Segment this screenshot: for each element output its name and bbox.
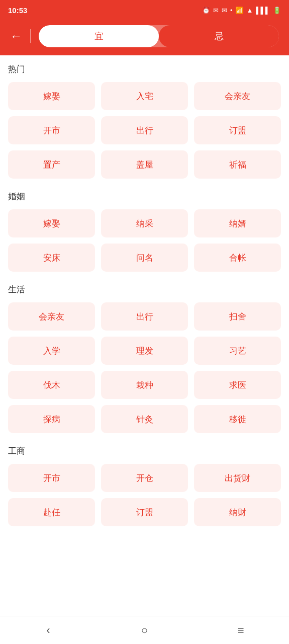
tab-yi[interactable]: 宜 xyxy=(39,25,159,47)
tag-btn-life-9[interactable]: 探病 xyxy=(8,405,95,433)
tag-btn-marriage-2[interactable]: 纳婿 xyxy=(194,209,281,237)
tag-btn-life-7[interactable]: 栽种 xyxy=(101,371,188,399)
tag-btn-life-1[interactable]: 出行 xyxy=(101,302,188,331)
status-time: 10:53 xyxy=(8,6,27,15)
dot-icon: • xyxy=(230,7,233,14)
tag-btn-hot-7[interactable]: 盖屋 xyxy=(101,150,188,179)
toggle-group: 宜 忌 xyxy=(39,25,279,47)
header: ← 宜 忌 xyxy=(0,20,289,55)
tag-btn-hot-6[interactable]: 置产 xyxy=(8,150,95,179)
tag-btn-business-0[interactable]: 开市 xyxy=(8,464,95,492)
grid-hot: 嫁娶入宅会亲友开市出行订盟置产盖屋祈福 xyxy=(8,82,281,179)
tag-btn-marriage-3[interactable]: 安床 xyxy=(8,244,95,272)
section-hot: 热门嫁娶入宅会亲友开市出行订盟置产盖屋祈福 xyxy=(8,63,281,179)
tag-btn-life-6[interactable]: 伐木 xyxy=(8,371,95,399)
tag-btn-business-4[interactable]: 订盟 xyxy=(101,498,188,526)
tag-btn-life-10[interactable]: 针灸 xyxy=(101,405,188,433)
tag-btn-marriage-4[interactable]: 问名 xyxy=(101,244,188,272)
header-divider xyxy=(30,29,31,43)
section-title-hot: 热门 xyxy=(8,63,281,75)
nav-menu-icon[interactable]: ≡ xyxy=(231,620,251,640)
tag-btn-life-2[interactable]: 扫舍 xyxy=(194,302,281,331)
tag-btn-business-5[interactable]: 纳财 xyxy=(194,498,281,526)
tag-btn-life-3[interactable]: 入学 xyxy=(8,337,95,365)
tag-btn-hot-8[interactable]: 祈福 xyxy=(194,150,281,179)
back-button[interactable]: ← xyxy=(10,29,22,43)
tag-btn-life-5[interactable]: 习艺 xyxy=(194,337,281,365)
tag-btn-life-11[interactable]: 移徙 xyxy=(194,405,281,433)
tag-btn-hot-4[interactable]: 出行 xyxy=(101,116,188,144)
tag-btn-hot-5[interactable]: 订盟 xyxy=(194,116,281,144)
grid-life: 会亲友出行扫舍入学理发习艺伐木栽种求医探病针灸移徙 xyxy=(8,302,281,433)
tag-btn-hot-3[interactable]: 开市 xyxy=(8,116,95,144)
grid-business: 开市开仓出货财赴任订盟纳财 xyxy=(8,464,281,526)
grid-marriage: 嫁娶纳采纳婿安床问名合帐 xyxy=(8,209,281,272)
wifi-icon: ▲ xyxy=(246,7,253,14)
tab-ji[interactable]: 忌 xyxy=(159,25,279,47)
bars-icon: ▌▌▌ xyxy=(256,7,270,14)
tag-btn-marriage-1[interactable]: 纳采 xyxy=(101,209,188,237)
tag-btn-hot-2[interactable]: 会亲友 xyxy=(194,82,281,110)
battery-icon: 🔋 xyxy=(273,7,281,14)
section-marriage: 婚姻嫁娶纳采纳婿安床问名合帐 xyxy=(8,191,281,272)
tag-btn-life-0[interactable]: 会亲友 xyxy=(8,302,95,331)
bottom-nav: ‹ ○ ≡ xyxy=(0,616,289,644)
section-title-business: 工商 xyxy=(8,445,281,457)
content: 热门嫁娶入宅会亲友开市出行订盟置产盖屋祈福婚姻嫁娶纳采纳婿安床问名合帐生活会亲友… xyxy=(0,55,289,616)
tag-btn-life-8[interactable]: 求医 xyxy=(194,371,281,399)
tag-btn-marriage-5[interactable]: 合帐 xyxy=(194,244,281,272)
tag-btn-hot-1[interactable]: 入宅 xyxy=(101,82,188,110)
status-bar: 10:53 ⏰ ✉ ✉ • 📶 ▲ ▌▌▌ 🔋 xyxy=(0,0,289,20)
mail-icon: ✉ xyxy=(213,7,219,14)
section-title-life: 生活 xyxy=(8,284,281,295)
nav-back-icon[interactable]: ‹ xyxy=(38,620,58,640)
tag-btn-business-3[interactable]: 赴任 xyxy=(8,498,95,526)
section-title-marriage: 婚姻 xyxy=(8,191,281,202)
status-icons: ⏰ ✉ ✉ • 📶 ▲ ▌▌▌ 🔋 xyxy=(202,7,281,14)
section-life: 生活会亲友出行扫舍入学理发习艺伐木栽种求医探病针灸移徙 xyxy=(8,284,281,433)
alarm-icon: ⏰ xyxy=(202,7,210,14)
section-business: 工商开市开仓出货财赴任订盟纳财 xyxy=(8,445,281,526)
nav-home-icon[interactable]: ○ xyxy=(134,620,154,640)
tag-btn-hot-0[interactable]: 嫁娶 xyxy=(8,82,95,110)
signal-icon: 📶 xyxy=(235,7,243,14)
tag-btn-business-2[interactable]: 出货财 xyxy=(194,464,281,492)
mail2-icon: ✉ xyxy=(222,7,227,14)
tag-btn-life-4[interactable]: 理发 xyxy=(101,337,188,365)
tag-btn-business-1[interactable]: 开仓 xyxy=(101,464,188,492)
tag-btn-marriage-0[interactable]: 嫁娶 xyxy=(8,209,95,237)
